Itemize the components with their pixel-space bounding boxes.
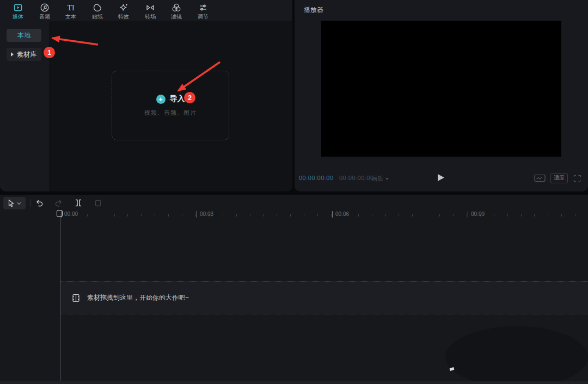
quality-label: 画质 [371, 175, 383, 183]
ruler-label: 00:09 [468, 211, 485, 218]
sidebar-item-local[interactable]: 本地 [7, 29, 41, 42]
split-icon[interactable] [73, 197, 84, 208]
step2-badge: 2 [184, 92, 195, 103]
video-preview[interactable] [321, 21, 561, 157]
playhead-line [60, 216, 60, 381]
timeline-ruler[interactable]: 00:00 00:03 00:06 00:09 [60, 210, 588, 219]
sidebar-item-library[interactable]: 素材库 [7, 48, 41, 61]
step1-badge: 1 [44, 47, 55, 58]
tab-audio-label: 音频 [39, 14, 50, 20]
timeline-track-dropzone[interactable]: 素材拖拽到这里，开始你的大作吧~ [60, 281, 588, 314]
quality-dropdown[interactable]: 画质 [371, 175, 389, 183]
fit-button[interactable]: 适应 [550, 173, 568, 183]
sidebar-item-local-label: 本地 [17, 31, 30, 40]
cursor-icon [8, 199, 15, 207]
tab-transition[interactable]: 转场 [137, 1, 163, 21]
media-icon [13, 2, 23, 13]
expand-triangle-icon [11, 52, 14, 57]
ruler-label: 00:00 [61, 211, 78, 218]
import-hint: 视频、音频、图片 [144, 109, 197, 117]
tab-effects-label: 特效 [118, 14, 129, 20]
ruler-label: 00:06 [332, 211, 349, 218]
track-hint-text: 素材拖拽到这里，开始你的大作吧~ [87, 293, 189, 302]
select-tool-button[interactable] [3, 197, 26, 209]
tab-adjust-label: 调节 [198, 14, 209, 20]
tab-transition-label: 转场 [145, 14, 156, 20]
adjust-icon [198, 2, 209, 13]
tab-sticker[interactable]: 贴纸 [84, 1, 111, 21]
delete-icon[interactable] [93, 197, 103, 208]
transition-icon [145, 2, 156, 13]
player-panel: 播放器 00:00:00:00 00:00:00:00 画质 适应 [295, 0, 588, 191]
undo-icon[interactable] [34, 197, 45, 208]
timeline-panel: 00:00 00:03 00:06 00:09 素材拖拽到这里，开始你的大作吧~ [0, 195, 588, 384]
tab-text[interactable]: TI 文本 [58, 1, 84, 21]
tab-text-label: 文本 [65, 14, 76, 20]
text-icon: TI [65, 2, 77, 13]
player-title: 播放器 [304, 5, 323, 15]
tab-filter-label: 滤镜 [171, 14, 182, 20]
media-sidebar: 本地 素材库 [0, 21, 49, 191]
tab-media[interactable]: 媒体 [5, 1, 31, 21]
tab-effects[interactable]: 特效 [111, 1, 137, 21]
film-strip-icon [72, 294, 80, 302]
ruler-label: 00:03 [197, 211, 213, 218]
redo-icon[interactable] [53, 197, 64, 208]
tab-adjust[interactable]: 调节 [190, 1, 216, 21]
tab-audio[interactable]: 音频 [32, 1, 58, 21]
watermark-shade [445, 326, 588, 384]
media-panel: 媒体 音频 TI 文 [0, 0, 292, 191]
import-dropzone[interactable]: + 导入 视频、音频、图片 [112, 71, 229, 140]
preview-quality-icon[interactable] [534, 174, 546, 183]
horizontal-scrollbar[interactable] [0, 381, 588, 384]
import-button-label: 导入 [170, 94, 185, 104]
tool-chevron-down-icon [17, 202, 21, 205]
player-right-controls: 适应 [534, 173, 581, 183]
tab-media-label: 媒体 [13, 14, 23, 20]
current-timecode: 00:00:00:00 [299, 175, 334, 181]
sticker-icon [92, 2, 103, 13]
chevron-down-icon [385, 178, 389, 180]
playhead-handle[interactable] [57, 210, 63, 217]
tab-sticker-label: 贴纸 [92, 14, 103, 20]
top-tabs-bar: 媒体 音频 TI 文 [0, 0, 292, 21]
video-editor-app: 媒体 音频 TI 文 [0, 0, 588, 384]
plus-icon: + [156, 95, 166, 104]
svg-text:TI: TI [67, 3, 75, 11]
fullscreen-icon[interactable] [573, 174, 581, 183]
filter-icon [171, 2, 182, 13]
effects-icon [118, 2, 129, 13]
toolbar-divider [30, 199, 31, 207]
play-button[interactable] [437, 174, 445, 182]
total-duration: 00:00:00:00 [339, 175, 374, 181]
tab-filter[interactable]: 滤镜 [163, 1, 189, 21]
audio-icon [39, 2, 50, 13]
sidebar-item-library-label: 素材库 [17, 50, 36, 59]
